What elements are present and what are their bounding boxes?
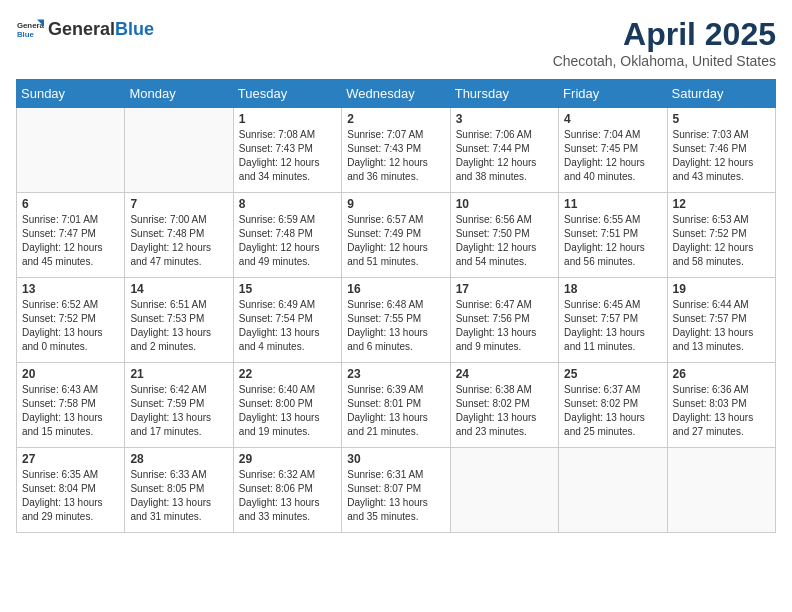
day-number: 21: [130, 367, 227, 381]
calendar-cell: 27 Sunrise: 6:35 AMSunset: 8:04 PMDaylig…: [17, 448, 125, 533]
calendar-cell: 20 Sunrise: 6:43 AMSunset: 7:58 PMDaylig…: [17, 363, 125, 448]
svg-text:Blue: Blue: [17, 30, 35, 39]
day-number: 5: [673, 112, 770, 126]
day-info: Sunrise: 6:57 AMSunset: 7:49 PMDaylight:…: [347, 213, 444, 269]
calendar-cell: [450, 448, 558, 533]
day-info: Sunrise: 6:48 AMSunset: 7:55 PMDaylight:…: [347, 298, 444, 354]
day-number: 12: [673, 197, 770, 211]
calendar-cell: 29 Sunrise: 6:32 AMSunset: 8:06 PMDaylig…: [233, 448, 341, 533]
calendar-cell: 25 Sunrise: 6:37 AMSunset: 8:02 PMDaylig…: [559, 363, 667, 448]
calendar-cell: 21 Sunrise: 6:42 AMSunset: 7:59 PMDaylig…: [125, 363, 233, 448]
week-row-4: 20 Sunrise: 6:43 AMSunset: 7:58 PMDaylig…: [17, 363, 776, 448]
page-header: General Blue GeneralBlue April 2025 Chec…: [16, 16, 776, 69]
day-number: 24: [456, 367, 553, 381]
day-number: 22: [239, 367, 336, 381]
calendar-cell: 8 Sunrise: 6:59 AMSunset: 7:48 PMDayligh…: [233, 193, 341, 278]
day-number: 6: [22, 197, 119, 211]
calendar-cell: 19 Sunrise: 6:44 AMSunset: 7:57 PMDaylig…: [667, 278, 775, 363]
day-info: Sunrise: 6:49 AMSunset: 7:54 PMDaylight:…: [239, 298, 336, 354]
day-info: Sunrise: 6:35 AMSunset: 8:04 PMDaylight:…: [22, 468, 119, 524]
day-info: Sunrise: 6:44 AMSunset: 7:57 PMDaylight:…: [673, 298, 770, 354]
day-info: Sunrise: 6:32 AMSunset: 8:06 PMDaylight:…: [239, 468, 336, 524]
calendar-cell: [667, 448, 775, 533]
day-header-thursday: Thursday: [450, 80, 558, 108]
calendar-cell: 18 Sunrise: 6:45 AMSunset: 7:57 PMDaylig…: [559, 278, 667, 363]
day-number: 3: [456, 112, 553, 126]
day-info: Sunrise: 6:56 AMSunset: 7:50 PMDaylight:…: [456, 213, 553, 269]
calendar-cell: 6 Sunrise: 7:01 AMSunset: 7:47 PMDayligh…: [17, 193, 125, 278]
day-info: Sunrise: 6:38 AMSunset: 8:02 PMDaylight:…: [456, 383, 553, 439]
day-info: Sunrise: 7:06 AMSunset: 7:44 PMDaylight:…: [456, 128, 553, 184]
day-info: Sunrise: 6:59 AMSunset: 7:48 PMDaylight:…: [239, 213, 336, 269]
day-info: Sunrise: 6:55 AMSunset: 7:51 PMDaylight:…: [564, 213, 661, 269]
calendar-cell: 2 Sunrise: 7:07 AMSunset: 7:43 PMDayligh…: [342, 108, 450, 193]
calendar-cell: 17 Sunrise: 6:47 AMSunset: 7:56 PMDaylig…: [450, 278, 558, 363]
day-info: Sunrise: 6:45 AMSunset: 7:57 PMDaylight:…: [564, 298, 661, 354]
calendar-header-row: SundayMondayTuesdayWednesdayThursdayFrid…: [17, 80, 776, 108]
day-number: 8: [239, 197, 336, 211]
logo: General Blue GeneralBlue: [16, 16, 154, 44]
title-block: April 2025 Checotah, Oklahoma, United St…: [553, 16, 776, 69]
day-number: 23: [347, 367, 444, 381]
subtitle: Checotah, Oklahoma, United States: [553, 53, 776, 69]
calendar-cell: [17, 108, 125, 193]
day-info: Sunrise: 7:04 AMSunset: 7:45 PMDaylight:…: [564, 128, 661, 184]
logo-blue-text: Blue: [115, 19, 154, 39]
week-row-3: 13 Sunrise: 6:52 AMSunset: 7:52 PMDaylig…: [17, 278, 776, 363]
day-info: Sunrise: 6:43 AMSunset: 7:58 PMDaylight:…: [22, 383, 119, 439]
calendar-cell: 15 Sunrise: 6:49 AMSunset: 7:54 PMDaylig…: [233, 278, 341, 363]
calendar-cell: 4 Sunrise: 7:04 AMSunset: 7:45 PMDayligh…: [559, 108, 667, 193]
day-number: 15: [239, 282, 336, 296]
day-number: 25: [564, 367, 661, 381]
day-header-saturday: Saturday: [667, 80, 775, 108]
calendar-cell: 10 Sunrise: 6:56 AMSunset: 7:50 PMDaylig…: [450, 193, 558, 278]
calendar-table: SundayMondayTuesdayWednesdayThursdayFrid…: [16, 79, 776, 533]
day-info: Sunrise: 7:03 AMSunset: 7:46 PMDaylight:…: [673, 128, 770, 184]
day-info: Sunrise: 6:42 AMSunset: 7:59 PMDaylight:…: [130, 383, 227, 439]
calendar-cell: 3 Sunrise: 7:06 AMSunset: 7:44 PMDayligh…: [450, 108, 558, 193]
day-header-friday: Friday: [559, 80, 667, 108]
day-info: Sunrise: 6:51 AMSunset: 7:53 PMDaylight:…: [130, 298, 227, 354]
day-info: Sunrise: 6:52 AMSunset: 7:52 PMDaylight:…: [22, 298, 119, 354]
day-number: 27: [22, 452, 119, 466]
day-info: Sunrise: 6:37 AMSunset: 8:02 PMDaylight:…: [564, 383, 661, 439]
day-info: Sunrise: 7:08 AMSunset: 7:43 PMDaylight:…: [239, 128, 336, 184]
day-info: Sunrise: 6:31 AMSunset: 8:07 PMDaylight:…: [347, 468, 444, 524]
week-row-1: 1 Sunrise: 7:08 AMSunset: 7:43 PMDayligh…: [17, 108, 776, 193]
calendar-cell: 26 Sunrise: 6:36 AMSunset: 8:03 PMDaylig…: [667, 363, 775, 448]
calendar-cell: 1 Sunrise: 7:08 AMSunset: 7:43 PMDayligh…: [233, 108, 341, 193]
day-number: 28: [130, 452, 227, 466]
calendar-cell: 28 Sunrise: 6:33 AMSunset: 8:05 PMDaylig…: [125, 448, 233, 533]
calendar-cell: 9 Sunrise: 6:57 AMSunset: 7:49 PMDayligh…: [342, 193, 450, 278]
svg-text:General: General: [17, 21, 44, 30]
week-row-2: 6 Sunrise: 7:01 AMSunset: 7:47 PMDayligh…: [17, 193, 776, 278]
day-info: Sunrise: 6:53 AMSunset: 7:52 PMDaylight:…: [673, 213, 770, 269]
day-info: Sunrise: 7:01 AMSunset: 7:47 PMDaylight:…: [22, 213, 119, 269]
calendar-cell: 11 Sunrise: 6:55 AMSunset: 7:51 PMDaylig…: [559, 193, 667, 278]
day-number: 14: [130, 282, 227, 296]
day-number: 17: [456, 282, 553, 296]
day-number: 1: [239, 112, 336, 126]
day-number: 16: [347, 282, 444, 296]
day-header-sunday: Sunday: [17, 80, 125, 108]
day-number: 20: [22, 367, 119, 381]
day-header-monday: Monday: [125, 80, 233, 108]
day-info: Sunrise: 6:33 AMSunset: 8:05 PMDaylight:…: [130, 468, 227, 524]
logo-icon: General Blue: [16, 16, 44, 44]
calendar-cell: 12 Sunrise: 6:53 AMSunset: 7:52 PMDaylig…: [667, 193, 775, 278]
calendar-cell: [125, 108, 233, 193]
day-number: 26: [673, 367, 770, 381]
day-number: 18: [564, 282, 661, 296]
day-number: 11: [564, 197, 661, 211]
day-number: 7: [130, 197, 227, 211]
day-header-wednesday: Wednesday: [342, 80, 450, 108]
calendar-cell: 24 Sunrise: 6:38 AMSunset: 8:02 PMDaylig…: [450, 363, 558, 448]
day-number: 4: [564, 112, 661, 126]
week-row-5: 27 Sunrise: 6:35 AMSunset: 8:04 PMDaylig…: [17, 448, 776, 533]
day-number: 19: [673, 282, 770, 296]
day-info: Sunrise: 7:00 AMSunset: 7:48 PMDaylight:…: [130, 213, 227, 269]
day-info: Sunrise: 7:07 AMSunset: 7:43 PMDaylight:…: [347, 128, 444, 184]
calendar-cell: 16 Sunrise: 6:48 AMSunset: 7:55 PMDaylig…: [342, 278, 450, 363]
day-header-tuesday: Tuesday: [233, 80, 341, 108]
day-info: Sunrise: 6:36 AMSunset: 8:03 PMDaylight:…: [673, 383, 770, 439]
